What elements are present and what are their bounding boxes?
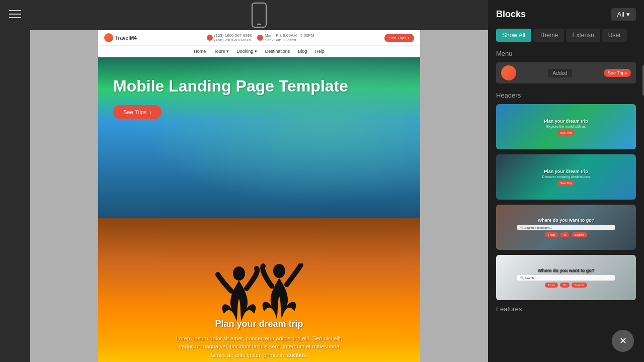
site-logo: TravelM4 xyxy=(104,33,137,42)
site-topbar: TravelM4 (123) 1800-567-8990 (456) 2901-… xyxy=(98,30,420,46)
arrow-icon: › xyxy=(408,36,409,40)
thumb-btn-row-3: From To Search xyxy=(545,232,587,237)
left-toolbar xyxy=(0,0,30,362)
thumb-subtitle-1: Explore the world with us xyxy=(546,125,586,128)
phone2-text: (456) 2901-678-9881 xyxy=(214,38,252,42)
dream-description: Lorem ipsum dolor sit amet, consectetur … xyxy=(174,334,345,359)
hero-section: Mobile Landing Page Template See Trips › xyxy=(98,57,420,218)
thumb-caption-2: Plan your dream trip xyxy=(544,169,588,174)
clock-icon xyxy=(257,35,263,41)
thumb-btn-4a: From xyxy=(545,283,558,288)
menu-block[interactable]: Added See Trips xyxy=(496,62,636,83)
hero-content: Mobile Landing Page Template See Trips › xyxy=(98,57,420,139)
thumb-btn-2: See Trip xyxy=(557,180,575,186)
headers-section-title: Headers xyxy=(496,92,636,99)
features-section-title: Features xyxy=(496,305,636,315)
filter-buttons: Show All Theme Extensn User xyxy=(488,29,644,48)
panel-title: Blocks xyxy=(496,9,526,20)
thumb-caption-1: Plan your dream trip xyxy=(544,119,588,124)
nav-home[interactable]: Home xyxy=(194,49,206,54)
menu-see-trips-button: See Trips xyxy=(604,69,631,77)
filter-extensn-button[interactable]: Extensn xyxy=(566,29,600,42)
phone1-contact: (123) 1800-567-8990 (456) 2901-678-9881 xyxy=(207,33,252,42)
hero-title: Mobile Landing Page Template xyxy=(113,77,405,95)
nav-help[interactable]: Help xyxy=(315,49,325,54)
header-thumb-img-1: Plan your dream trip Explore the world w… xyxy=(496,104,636,149)
thumb-caption-4: Where do you want to go? xyxy=(538,268,595,273)
thumb-search-bar-4: 🔍 Search... xyxy=(517,275,615,281)
menu-logo-icon xyxy=(501,65,516,80)
thumb-btn-row-1: See Trip xyxy=(557,130,575,135)
thumb-btn-row-4: From To Search xyxy=(545,283,587,288)
header-thumbnail-1[interactable]: Plan your dream trip Explore the world w… xyxy=(496,104,636,149)
filter-show-all-button[interactable]: Show All xyxy=(496,29,531,42)
nav-booking[interactable]: Booking ▾ xyxy=(237,49,257,54)
all-dropdown-label: All xyxy=(617,11,624,18)
dream-text: Plan your dream trip Lorem ipsum dolor s… xyxy=(174,319,345,359)
hero-btn-arrow-icon: › xyxy=(149,109,151,115)
canvas-area: TravelM4 (123) 1800-567-8990 (456) 2901-… xyxy=(30,0,488,362)
thumb-btn-4c: Search xyxy=(572,283,587,288)
thumb-btn-3a: From xyxy=(545,232,558,237)
hero-btn-label: See Trips xyxy=(123,109,146,115)
all-dropdown-button[interactable]: All ▾ xyxy=(611,8,636,21)
close-fab-button[interactable]: ✕ xyxy=(612,330,634,352)
svg-point-0 xyxy=(233,266,245,281)
panel-header: Blocks All ▾ xyxy=(488,0,644,29)
header-thumb-img-4: Where do you want to go? 🔍 Search... Fro… xyxy=(496,255,636,300)
hamburger-icon[interactable] xyxy=(9,10,21,18)
menu-preview: Added See Trips xyxy=(496,62,636,83)
header-thumb-overlay-3: Where do you want to go? 🔍 Search destin… xyxy=(496,205,636,250)
site-nav: Home Tours ▾ Booking ▾ Destinations Blog… xyxy=(98,46,420,57)
dream-section: Plan your dream trip Lorem ipsum dolor s… xyxy=(98,218,420,362)
thumb-btn-3c: Search xyxy=(572,232,587,237)
thumb-btn-3b: To xyxy=(560,232,569,237)
phone-icon xyxy=(207,35,213,41)
header-thumb-overlay-1: Plan your dream trip Explore the world w… xyxy=(496,104,636,149)
nav-blog[interactable]: Blog xyxy=(298,49,307,54)
top-bar xyxy=(30,0,488,30)
mobile-view-icon[interactable] xyxy=(252,3,267,28)
close-icon: ✕ xyxy=(619,335,627,346)
header-thumb-overlay-2: Plan your dream trip Discover amazing de… xyxy=(496,154,636,200)
added-badge: Added xyxy=(548,69,573,77)
filter-theme-button[interactable]: Theme xyxy=(533,29,564,42)
header-thumbnail-3[interactable]: Where do you want to go? 🔍 Search destin… xyxy=(496,205,636,250)
thumb-btn-4b: To xyxy=(560,283,569,288)
phone1-text: (123) 1800-567-8990 xyxy=(214,33,252,38)
header-thumbnail-2[interactable]: Plan your dream trip Discover amazing de… xyxy=(496,154,636,200)
header-thumb-img-3: Where do you want to go? 🔍 Search destin… xyxy=(496,205,636,250)
hours2-text: Sat - Sun: Closed xyxy=(265,38,314,42)
headers-section: Headers Plan your dream trip Explore the… xyxy=(496,92,636,300)
hours-text: Mon - Fri: 9:00AM - 5:00PM xyxy=(265,33,314,38)
site-see-trips-button[interactable]: See Trips › xyxy=(384,34,414,42)
preview-canvas[interactable]: TravelM4 (123) 1800-567-8990 (456) 2901-… xyxy=(30,30,488,362)
site-contact: (123) 1800-567-8990 (456) 2901-678-9881 … xyxy=(207,33,314,42)
dropdown-chevron-icon: ▾ xyxy=(626,11,630,18)
hero-see-trips-button[interactable]: See Trips › xyxy=(113,105,162,119)
logo-icon xyxy=(104,33,113,42)
header-thumbnail-4[interactable]: Where do you want to go? 🔍 Search... Fro… xyxy=(496,255,636,300)
thumb-search-bar-3: 🔍 Search destination... xyxy=(517,225,615,230)
thumb-subtitle-2: Discover amazing destinations xyxy=(542,175,590,178)
dream-title: Plan your dream trip xyxy=(174,319,345,329)
blocks-content[interactable]: Menu Added See Trips Headers Plan your d… xyxy=(488,48,644,362)
header-thumb-overlay-4: Where do you want to go? 🔍 Search... Fro… xyxy=(496,255,636,300)
see-trips-topbar-label: See Trips xyxy=(389,36,407,40)
svg-point-1 xyxy=(273,264,285,278)
website-preview: TravelM4 (123) 1800-567-8990 (456) 2901-… xyxy=(98,30,420,362)
right-panel: Blocks All ▾ Show All Theme Extensn User… xyxy=(488,0,644,362)
menu-section-title: Menu xyxy=(496,50,636,57)
thumb-btn-1: See Trip xyxy=(557,130,575,135)
nav-tours[interactable]: Tours ▾ xyxy=(214,49,229,54)
thumb-caption-3: Where do you want to go? xyxy=(538,218,595,223)
hours-contact: Mon - Fri: 9:00AM - 5:00PM Sat - Sun: Cl… xyxy=(257,33,314,42)
header-thumb-img-2: Plan your dream trip Discover amazing de… xyxy=(496,154,636,200)
filter-user-button[interactable]: User xyxy=(602,29,627,42)
site-logo-text: TravelM4 xyxy=(115,35,137,41)
nav-destinations[interactable]: Destinations xyxy=(265,49,290,54)
thumb-btn-row-2: See Trip xyxy=(557,180,575,186)
